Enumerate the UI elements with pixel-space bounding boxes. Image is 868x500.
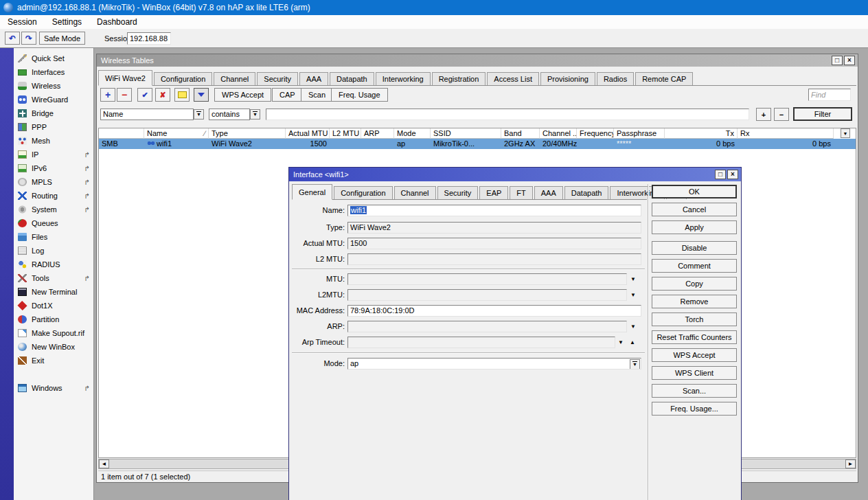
filter-field-combo[interactable]: Name ▼ xyxy=(100,109,205,120)
sidebar-item-log[interactable]: Log xyxy=(14,244,93,258)
wps-accept-button[interactable]: WPS Accept xyxy=(652,348,737,362)
find-input[interactable] xyxy=(808,89,851,101)
filter-value-input[interactable] xyxy=(266,109,749,120)
mtu-input[interactable] xyxy=(347,273,627,285)
arp-timeout-up-icon[interactable]: ▲ xyxy=(630,337,635,348)
dialog-close-button[interactable]: × xyxy=(727,170,738,179)
sidebar-item-wireguard[interactable]: WireGuard xyxy=(14,93,93,106)
tab-access-list[interactable]: Access List xyxy=(487,72,539,85)
tab-interworking[interactable]: Interworking xyxy=(376,72,431,85)
sidebar-item-system[interactable]: System↱ xyxy=(14,203,93,216)
dialog-tab-datapath[interactable]: Datapath xyxy=(564,186,609,199)
column-header-channel[interactable]: Channel ... xyxy=(540,128,577,139)
ok-button[interactable]: OK xyxy=(652,185,737,198)
dialog-tab-eap[interactable]: EAP xyxy=(479,186,508,199)
sidebar-item-new-winbox[interactable]: New WinBox xyxy=(14,340,93,354)
column-header-tx[interactable]: Tx xyxy=(665,128,738,139)
filter-remove-button[interactable]: − xyxy=(774,108,789,121)
disable-button[interactable]: Disable xyxy=(652,241,737,255)
column-header-arp[interactable]: ARP xyxy=(361,128,394,139)
sidebar-item-exit[interactable]: Exit xyxy=(14,354,93,367)
sidebar-item-bridge[interactable]: Bridge xyxy=(14,106,93,120)
arp-dropdown-icon[interactable]: ▼ xyxy=(630,321,636,332)
tab-remote-cap[interactable]: Remote CAP xyxy=(635,72,693,85)
filter-button[interactable]: Filter xyxy=(793,107,852,121)
redo-button[interactable]: ↷ xyxy=(21,32,36,45)
sidebar-item-ipv6[interactable]: IPv6↱ xyxy=(14,161,93,175)
window-maximize-button[interactable]: □ xyxy=(832,56,843,65)
sidebar-item-wireless[interactable]: Wireless xyxy=(14,79,93,93)
enable-button[interactable]: ✔ xyxy=(137,88,152,102)
cancel-button[interactable]: Cancel xyxy=(652,203,737,216)
copy-button[interactable]: Copy xyxy=(652,277,737,291)
sidebar-item-partition[interactable]: Partition xyxy=(14,312,93,326)
safe-mode-button[interactable]: Safe Mode xyxy=(39,32,85,45)
arp-timeout-input[interactable] xyxy=(347,337,615,348)
sidebar-item-new-terminal[interactable]: New Terminal xyxy=(14,285,93,299)
dialog-tab-general[interactable]: General xyxy=(292,184,332,200)
arp-timeout-down-icon[interactable]: ▼ xyxy=(618,337,624,348)
column-header-ssid[interactable]: SSID xyxy=(431,128,501,139)
window-close-button[interactable]: × xyxy=(844,56,855,65)
sidebar-item-tools[interactable]: Tools↱ xyxy=(14,271,93,285)
sidebar-item-radius[interactable]: RADIUS xyxy=(14,258,93,271)
apply-button[interactable]: Apply xyxy=(652,220,737,234)
freq-usage-button[interactable]: Freq. Usage xyxy=(331,88,388,102)
freq-usage-button[interactable]: Freq. Usage... xyxy=(652,402,737,416)
l2mtu-input[interactable] xyxy=(347,289,627,301)
wps-accept-button[interactable]: WPS Accept xyxy=(214,88,271,102)
dialog-maximize-button[interactable]: □ xyxy=(715,170,726,179)
torch-button[interactable]: Torch xyxy=(652,312,737,326)
undo-button[interactable]: ↶ xyxy=(5,32,20,45)
scroll-right-button[interactable]: ► xyxy=(845,459,856,468)
sidebar-item-ip[interactable]: IP↱ xyxy=(14,148,93,161)
comment-button[interactable] xyxy=(174,88,190,102)
column-header-l2mtu[interactable]: L2 MTU xyxy=(330,128,361,139)
column-header-frequency[interactable]: Frequency xyxy=(577,128,614,139)
sidebar-item-routing[interactable]: Routing↱ xyxy=(14,189,93,203)
tab-provisioning[interactable]: Provisioning xyxy=(540,72,595,85)
dropdown-button[interactable]: ▼ xyxy=(194,109,204,120)
sidebar-item-queues[interactable]: Queues xyxy=(14,216,93,230)
name-input[interactable]: wifi1 xyxy=(347,205,641,216)
dialog-tab-ft[interactable]: FT xyxy=(510,186,532,199)
tab-radios[interactable]: Radios xyxy=(597,72,634,85)
sidebar-item-quick-set[interactable]: Quick Set xyxy=(14,52,93,65)
tab-registration[interactable]: Registration xyxy=(432,72,486,85)
menu-session[interactable]: Session xyxy=(0,15,45,29)
dropdown-button[interactable]: ▼ xyxy=(250,109,260,120)
dialog-tab-security[interactable]: Security xyxy=(437,186,479,199)
sidebar-item-dot1x[interactable]: Dot1X xyxy=(14,299,93,312)
reset-traffic-counters-button[interactable]: Reset Traffic Counters xyxy=(652,330,737,344)
table-row-wifi1[interactable]: SMB wifi1 WiFi Wave2 1500 ap MikroTik-0.… xyxy=(99,139,856,149)
sidebar-item-files[interactable]: Files xyxy=(14,230,93,244)
mtu-dropdown-icon[interactable]: ▼ xyxy=(630,273,636,285)
wps-client-button[interactable]: WPS Client xyxy=(652,366,737,380)
column-header-band[interactable]: Band xyxy=(501,128,540,139)
disable-button[interactable]: ✘ xyxy=(155,88,170,102)
column-header-name[interactable]: ∕Name xyxy=(144,128,209,139)
scan-button[interactable]: Scan... xyxy=(652,384,737,398)
tab-wifi-wave2[interactable]: WiFi Wave2 xyxy=(98,70,152,86)
scroll-left-button[interactable]: ◄ xyxy=(99,459,109,468)
tab-aaa[interactable]: AAA xyxy=(299,72,328,85)
mode-dropdown-button[interactable]: ▼ xyxy=(630,359,640,370)
column-header-type[interactable]: Type xyxy=(209,128,286,139)
sidebar-item-mpls[interactable]: MPLS↱ xyxy=(14,175,93,189)
sidebar-item-windows[interactable]: Windows↱ xyxy=(14,381,93,395)
tab-configuration[interactable]: Configuration xyxy=(154,72,212,85)
window-titlebar[interactable]: Wireless Tables xyxy=(97,54,858,67)
add-button[interactable]: + xyxy=(100,88,115,102)
column-header-rx[interactable]: Rx xyxy=(738,128,834,139)
tab-channel[interactable]: Channel xyxy=(214,72,255,85)
filter-toggle-button[interactable] xyxy=(194,88,209,102)
menu-settings[interactable]: Settings xyxy=(45,15,89,29)
remove-button[interactable]: Remove xyxy=(652,295,737,308)
mac-address-input[interactable]: 78:9A:18:0C:19:0D xyxy=(347,305,641,317)
remove-button[interactable]: − xyxy=(117,88,132,102)
l2mtu-dropdown-icon[interactable]: ▼ xyxy=(630,289,636,301)
comment-button[interactable]: Comment xyxy=(652,259,737,273)
sidebar-item-ppp[interactable]: PPP xyxy=(14,120,93,134)
dialog-tab-aaa[interactable]: AAA xyxy=(534,186,563,199)
scan-button[interactable]: Scan xyxy=(301,88,333,102)
